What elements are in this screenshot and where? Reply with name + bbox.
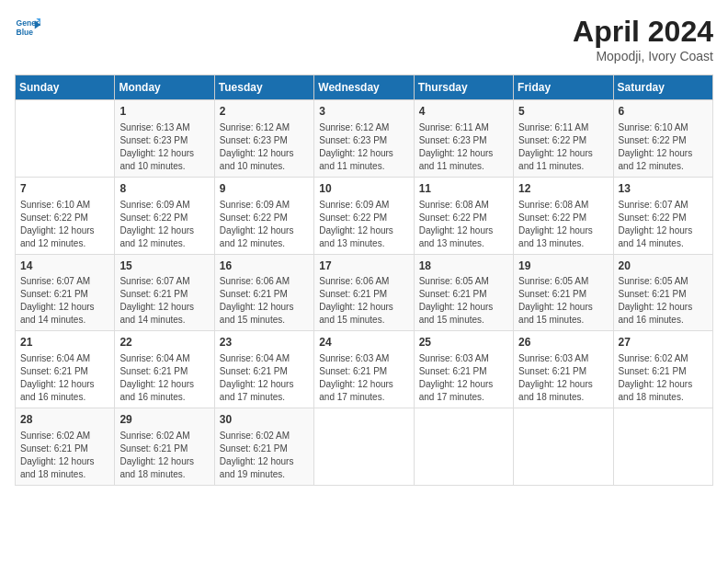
day-number: 23 <box>220 335 309 350</box>
day-info: Sunrise: 6:05 AM Sunset: 6:21 PM Dayligh… <box>419 275 508 327</box>
calendar-cell: 26Sunrise: 6:03 AM Sunset: 6:21 PM Dayli… <box>514 331 613 408</box>
calendar-cell: 23Sunrise: 6:04 AM Sunset: 6:21 PM Dayli… <box>214 331 313 408</box>
title-area: April 2024 Mopodji, Ivory Coast <box>573 15 713 63</box>
day-info: Sunrise: 6:02 AM Sunset: 6:21 PM Dayligh… <box>20 430 109 481</box>
day-info: Sunrise: 6:11 AM Sunset: 6:23 PM Dayligh… <box>419 121 508 173</box>
calendar-cell: 1Sunrise: 6:13 AM Sunset: 6:23 PM Daylig… <box>115 100 214 178</box>
calendar-cell <box>514 408 613 486</box>
calendar-cell: 9Sunrise: 6:09 AM Sunset: 6:22 PM Daylig… <box>214 177 313 254</box>
calendar-week-row: 21Sunrise: 6:04 AM Sunset: 6:21 PM Dayli… <box>16 331 713 408</box>
calendar-cell: 5Sunrise: 6:11 AM Sunset: 6:22 PM Daylig… <box>514 100 613 178</box>
calendar-cell <box>613 408 712 486</box>
calendar-week-row: 28Sunrise: 6:02 AM Sunset: 6:21 PM Dayli… <box>16 408 713 486</box>
calendar-cell <box>414 408 513 486</box>
main-title: April 2024 <box>573 15 713 49</box>
calendar-cell: 20Sunrise: 6:05 AM Sunset: 6:21 PM Dayli… <box>613 254 712 331</box>
day-info: Sunrise: 6:02 AM Sunset: 6:21 PM Dayligh… <box>619 352 708 404</box>
weekday-header: Friday <box>514 75 613 100</box>
weekday-header: Thursday <box>414 75 513 100</box>
calendar-week-row: 14Sunrise: 6:07 AM Sunset: 6:21 PM Dayli… <box>16 254 713 331</box>
day-info: Sunrise: 6:09 AM Sunset: 6:22 PM Dayligh… <box>220 199 309 250</box>
day-number: 14 <box>20 259 109 274</box>
day-number: 5 <box>518 104 608 120</box>
day-info: Sunrise: 6:12 AM Sunset: 6:23 PM Dayligh… <box>319 121 408 173</box>
calendar-cell: 25Sunrise: 6:03 AM Sunset: 6:21 PM Dayli… <box>414 331 513 408</box>
day-number: 10 <box>319 181 408 197</box>
day-number: 24 <box>319 335 408 350</box>
calendar-cell <box>314 408 414 486</box>
day-number: 15 <box>119 259 209 274</box>
day-number: 13 <box>619 181 708 197</box>
calendar-cell: 13Sunrise: 6:07 AM Sunset: 6:22 PM Dayli… <box>613 177 712 254</box>
day-number: 25 <box>419 335 508 350</box>
calendar-cell: 11Sunrise: 6:08 AM Sunset: 6:22 PM Dayli… <box>414 177 513 254</box>
calendar-cell: 3Sunrise: 6:12 AM Sunset: 6:23 PM Daylig… <box>314 100 414 178</box>
day-info: Sunrise: 6:09 AM Sunset: 6:22 PM Dayligh… <box>319 199 408 250</box>
day-number: 18 <box>419 259 508 274</box>
day-info: Sunrise: 6:09 AM Sunset: 6:22 PM Dayligh… <box>119 199 209 250</box>
header: General Blue April 2024 Mopodji, Ivory C… <box>15 15 713 63</box>
day-number: 28 <box>20 412 109 428</box>
day-info: Sunrise: 6:07 AM Sunset: 6:22 PM Dayligh… <box>619 199 708 250</box>
day-number: 2 <box>220 104 309 120</box>
day-info: Sunrise: 6:06 AM Sunset: 6:21 PM Dayligh… <box>220 275 309 327</box>
calendar-cell <box>16 100 115 178</box>
day-number: 9 <box>220 181 309 197</box>
calendar-cell: 10Sunrise: 6:09 AM Sunset: 6:22 PM Dayli… <box>314 177 414 254</box>
calendar-cell: 17Sunrise: 6:06 AM Sunset: 6:21 PM Dayli… <box>314 254 414 331</box>
calendar-cell: 21Sunrise: 6:04 AM Sunset: 6:21 PM Dayli… <box>16 331 115 408</box>
calendar-cell: 27Sunrise: 6:02 AM Sunset: 6:21 PM Dayli… <box>613 331 712 408</box>
day-number: 6 <box>619 104 708 120</box>
calendar-week-row: 7Sunrise: 6:10 AM Sunset: 6:22 PM Daylig… <box>16 177 713 254</box>
day-number: 21 <box>20 335 109 350</box>
calendar-cell: 7Sunrise: 6:10 AM Sunset: 6:22 PM Daylig… <box>16 177 115 254</box>
day-number: 17 <box>319 259 408 274</box>
calendar-cell: 28Sunrise: 6:02 AM Sunset: 6:21 PM Dayli… <box>16 408 115 486</box>
day-number: 12 <box>518 181 608 197</box>
day-info: Sunrise: 6:02 AM Sunset: 6:21 PM Dayligh… <box>220 430 309 481</box>
day-number: 11 <box>419 181 508 197</box>
day-info: Sunrise: 6:10 AM Sunset: 6:22 PM Dayligh… <box>20 199 109 250</box>
day-number: 7 <box>20 181 109 197</box>
day-number: 8 <box>119 181 209 197</box>
day-info: Sunrise: 6:13 AM Sunset: 6:23 PM Dayligh… <box>119 121 209 173</box>
day-number: 26 <box>518 335 608 350</box>
calendar-cell: 19Sunrise: 6:05 AM Sunset: 6:21 PM Dayli… <box>514 254 613 331</box>
day-info: Sunrise: 6:07 AM Sunset: 6:21 PM Dayligh… <box>20 275 109 327</box>
day-info: Sunrise: 6:05 AM Sunset: 6:21 PM Dayligh… <box>518 275 608 327</box>
calendar-cell: 14Sunrise: 6:07 AM Sunset: 6:21 PM Dayli… <box>16 254 115 331</box>
day-info: Sunrise: 6:04 AM Sunset: 6:21 PM Dayligh… <box>20 352 109 404</box>
day-number: 4 <box>419 104 508 120</box>
calendar-table: SundayMondayTuesdayWednesdayThursdayFrid… <box>15 75 713 486</box>
weekday-header: Monday <box>115 75 214 100</box>
day-number: 27 <box>619 335 708 350</box>
calendar-cell: 12Sunrise: 6:08 AM Sunset: 6:22 PM Dayli… <box>514 177 613 254</box>
day-info: Sunrise: 6:04 AM Sunset: 6:21 PM Dayligh… <box>119 352 209 404</box>
day-number: 1 <box>119 104 209 120</box>
weekday-header: Tuesday <box>214 75 313 100</box>
weekday-header: Wednesday <box>314 75 414 100</box>
day-info: Sunrise: 6:03 AM Sunset: 6:21 PM Dayligh… <box>419 352 508 404</box>
calendar-cell: 15Sunrise: 6:07 AM Sunset: 6:21 PM Dayli… <box>115 254 214 331</box>
day-number: 29 <box>119 412 209 428</box>
calendar-body: 1Sunrise: 6:13 AM Sunset: 6:23 PM Daylig… <box>16 100 713 486</box>
calendar-cell: 16Sunrise: 6:06 AM Sunset: 6:21 PM Dayli… <box>214 254 313 331</box>
calendar-header-row: SundayMondayTuesdayWednesdayThursdayFrid… <box>16 75 713 100</box>
calendar-cell: 4Sunrise: 6:11 AM Sunset: 6:23 PM Daylig… <box>414 100 513 178</box>
day-number: 20 <box>619 259 708 274</box>
day-info: Sunrise: 6:08 AM Sunset: 6:22 PM Dayligh… <box>419 199 508 250</box>
calendar-cell: 30Sunrise: 6:02 AM Sunset: 6:21 PM Dayli… <box>214 408 313 486</box>
calendar-cell: 24Sunrise: 6:03 AM Sunset: 6:21 PM Dayli… <box>314 331 414 408</box>
weekday-header: Sunday <box>16 75 115 100</box>
subtitle: Mopodji, Ivory Coast <box>573 49 713 63</box>
day-info: Sunrise: 6:05 AM Sunset: 6:21 PM Dayligh… <box>619 275 708 327</box>
calendar-cell: 6Sunrise: 6:10 AM Sunset: 6:22 PM Daylig… <box>613 100 712 178</box>
day-number: 30 <box>220 412 309 428</box>
day-number: 3 <box>319 104 408 120</box>
logo: General Blue <box>15 15 40 40</box>
day-info: Sunrise: 6:11 AM Sunset: 6:22 PM Dayligh… <box>518 121 608 173</box>
day-info: Sunrise: 6:02 AM Sunset: 6:21 PM Dayligh… <box>119 430 209 481</box>
day-number: 22 <box>119 335 209 350</box>
calendar-cell: 8Sunrise: 6:09 AM Sunset: 6:22 PM Daylig… <box>115 177 214 254</box>
calendar-week-row: 1Sunrise: 6:13 AM Sunset: 6:23 PM Daylig… <box>16 100 713 178</box>
